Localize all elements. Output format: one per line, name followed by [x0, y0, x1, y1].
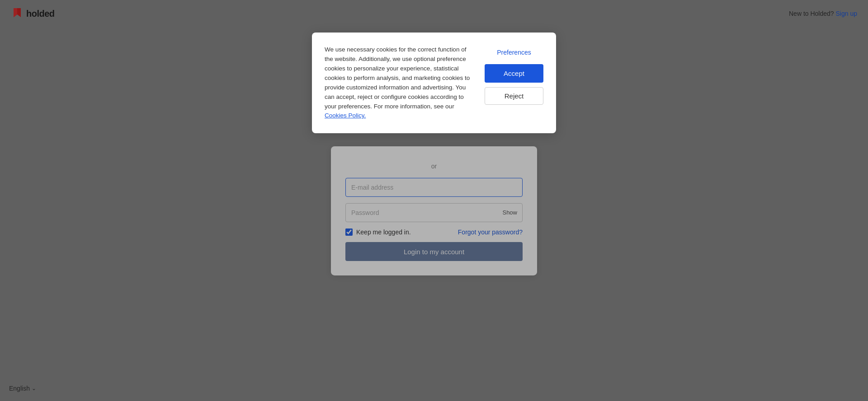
cookie-overlay: We use necessary cookies for the correct… [0, 0, 868, 401]
cookie-content: We use necessary cookies for the correct… [325, 45, 543, 121]
cookie-text: We use necessary cookies for the correct… [325, 45, 476, 121]
accept-button[interactable]: Accept [485, 64, 543, 83]
preferences-button[interactable]: Preferences [485, 45, 543, 60]
cookies-policy-link[interactable]: Cookies Policy. [325, 112, 366, 119]
cookie-dialog: We use necessary cookies for the correct… [312, 33, 556, 133]
cookie-buttons: Preferences Accept Reject [485, 45, 543, 105]
reject-button[interactable]: Reject [485, 87, 543, 105]
